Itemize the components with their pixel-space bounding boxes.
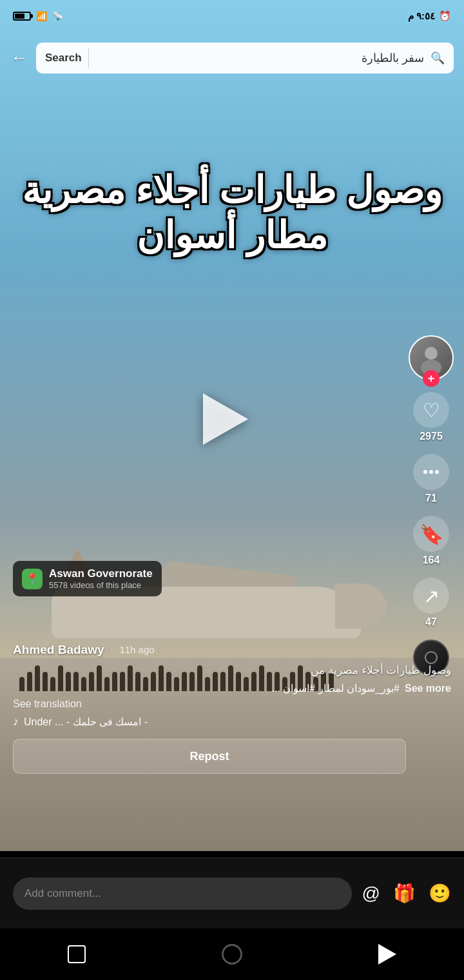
search-input-wrap: 🔍 Search xyxy=(36,43,454,74)
search-button[interactable]: Search xyxy=(45,52,82,64)
caption-text: وصول طيارات أجلاء مصرية من xyxy=(13,662,451,679)
gift-icon[interactable]: 🎁 xyxy=(393,883,416,904)
video-title: وصول طيارات أجلاء مصرية مطار أسوان xyxy=(19,168,445,257)
right-sidebar: + ♡ 2975 71 🔖 164 xyxy=(409,335,454,676)
wifi-icon: 📡 xyxy=(52,11,63,21)
music-row: ♪ Under ... - امسك فى حلمك - xyxy=(13,715,451,729)
alarm-icon: ⏰ xyxy=(439,10,451,22)
bookmark-button[interactable]: 🔖 164 xyxy=(413,516,449,566)
emoji-icon[interactable]: 🙂 xyxy=(429,883,451,904)
share-count: 47 xyxy=(425,616,437,628)
music-note-icon: ♪ xyxy=(13,715,19,729)
search-icon: 🔍 xyxy=(430,51,445,65)
location-badge[interactable]: 📍 Aswan Governorate 5578 videos of this … xyxy=(13,561,162,596)
location-text: Aswan Governorate 5578 videos of this pl… xyxy=(49,567,153,590)
home-circle-icon xyxy=(222,944,242,965)
at-icon[interactable]: @ xyxy=(362,883,380,904)
back-button[interactable]: ← xyxy=(10,48,28,68)
status-bar: 📶 📡 ⏰ ٩:٥٤ م xyxy=(0,0,464,32)
bottom-info: Ahmed Badawy · 11h ago وصول طيارات أجلاء… xyxy=(0,643,464,729)
bookmark-icon: 🔖 xyxy=(420,523,443,545)
search-input[interactable] xyxy=(95,52,424,65)
nav-stop-button[interactable] xyxy=(68,945,86,963)
heart-icon: ♡ xyxy=(423,399,440,422)
status-right: ⏰ ٩:٥٤ م xyxy=(408,10,451,22)
creator-username[interactable]: Ahmed Badawy xyxy=(13,643,104,657)
battery-fill xyxy=(15,14,24,19)
hashtags: #بور_سودان لمطار #اسوان ... xyxy=(272,682,400,694)
video-title-overlay: وصول طيارات أجلاء مصرية مطار أسوان xyxy=(0,168,464,257)
share-icon-circle: ↗ xyxy=(413,578,449,614)
like-count: 2975 xyxy=(420,431,443,442)
video-background[interactable]: وصول طيارات أجلاء مصرية مطار أسوان 📍 Asw… xyxy=(0,0,464,851)
comment-count: 71 xyxy=(425,493,437,504)
current-time: ٩:٥٤ م xyxy=(408,10,435,22)
post-time: 11h ago xyxy=(119,644,154,655)
play-icon xyxy=(203,393,248,445)
nav-home-button[interactable] xyxy=(222,944,242,965)
comment-placeholder: Add comment... xyxy=(24,887,101,900)
like-icon-circle: ♡ xyxy=(413,392,449,428)
search-divider xyxy=(88,48,89,68)
like-button[interactable]: ♡ 2975 xyxy=(413,392,449,442)
comment-input-box[interactable]: Add comment... xyxy=(13,877,352,910)
user-row: Ahmed Badawy · 11h ago xyxy=(13,643,451,657)
stop-icon xyxy=(68,945,86,963)
location-pin-icon: 📍 xyxy=(22,569,43,589)
follow-button[interactable]: + xyxy=(423,370,440,387)
battery-icon xyxy=(13,12,31,21)
share-button[interactable]: ↗ 47 xyxy=(413,578,449,628)
comment-actions: @ 🎁 🙂 xyxy=(362,883,451,904)
see-translation-button[interactable]: See translation xyxy=(13,698,451,710)
music-title[interactable]: Under ... - امسك فى حلمك - xyxy=(24,716,148,728)
signal-icon: 📶 xyxy=(36,11,47,21)
comment-button[interactable]: 71 xyxy=(413,454,449,504)
more-dots-icon xyxy=(423,470,439,474)
nav-play-icon xyxy=(378,944,396,965)
creator-avatar-wrap[interactable]: + xyxy=(409,335,454,380)
bookmark-icon-circle: 🔖 xyxy=(413,516,449,552)
see-more-row: See more #بور_سودان لمطار #اسوان ... xyxy=(13,682,451,694)
nav-bar xyxy=(0,928,464,980)
comment-bar: Add comment... @ 🎁 🙂 xyxy=(0,858,464,928)
share-icon: ↗ xyxy=(423,585,440,607)
see-more-button[interactable]: See more xyxy=(405,683,451,694)
nav-play-button[interactable] xyxy=(378,944,396,965)
svg-point-0 xyxy=(425,347,438,360)
repost-button[interactable]: Repost xyxy=(13,739,406,774)
play-button[interactable] xyxy=(193,387,258,451)
status-left: 📶 📡 xyxy=(13,11,63,21)
search-bar-container: ← 🔍 Search xyxy=(0,35,464,81)
comment-icon-circle xyxy=(413,454,449,490)
bookmark-count: 164 xyxy=(423,554,440,566)
